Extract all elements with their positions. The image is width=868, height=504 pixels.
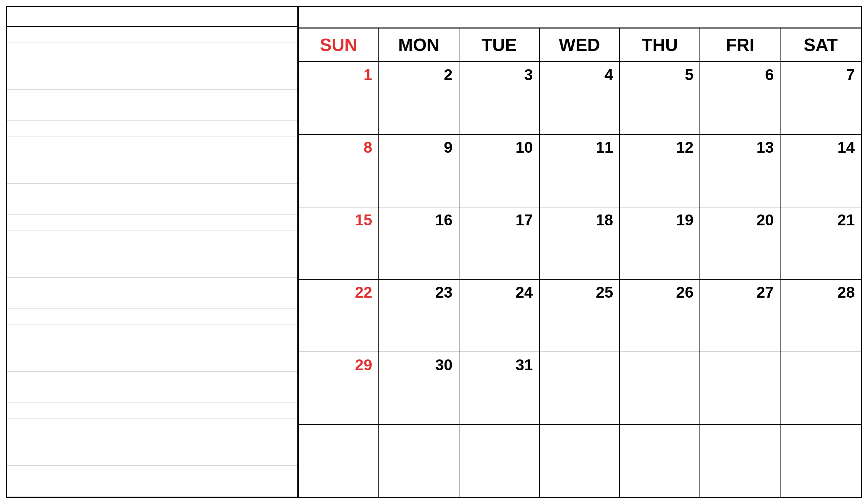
- day-cell: [540, 425, 620, 497]
- note-line[interactable]: [7, 262, 297, 278]
- note-line[interactable]: [7, 246, 297, 262]
- note-line[interactable]: [7, 372, 297, 387]
- calendar-table: SUNMONTUEWEDTHUFRISAT 123456789101112131…: [299, 28, 861, 497]
- day-cell: 22: [299, 280, 379, 352]
- notes-header: [7, 7, 297, 27]
- day-cell: 18: [540, 208, 620, 279]
- calendar-title: [299, 7, 861, 28]
- day-cell: [379, 425, 459, 497]
- note-line[interactable]: [7, 137, 297, 152]
- note-line[interactable]: [7, 168, 297, 184]
- note-line[interactable]: [7, 184, 297, 199]
- note-line[interactable]: [7, 27, 297, 42]
- note-line[interactable]: [7, 340, 297, 356]
- day-header-thu: THU: [620, 29, 700, 61]
- weeks-container: 1234567891011121314151617181920212223242…: [299, 62, 861, 497]
- notes-lines: [7, 27, 297, 497]
- day-cell: 25: [540, 280, 620, 352]
- day-cell: [299, 425, 379, 497]
- note-line[interactable]: [7, 434, 297, 450]
- day-cell: 26: [620, 280, 700, 352]
- day-cell: [700, 425, 781, 497]
- day-cell: 23: [379, 280, 459, 352]
- day-cell: 21: [781, 208, 861, 279]
- note-line[interactable]: [7, 105, 297, 121]
- day-cell: 30: [379, 352, 459, 424]
- note-line[interactable]: [7, 230, 297, 246]
- note-line[interactable]: [7, 278, 297, 293]
- day-cell: 4: [540, 62, 620, 134]
- day-cell: 19: [620, 208, 700, 279]
- day-headers: SUNMONTUEWEDTHUFRISAT: [299, 29, 861, 62]
- day-cell: 14: [781, 135, 861, 207]
- note-line[interactable]: [7, 215, 297, 230]
- day-cell: [540, 352, 620, 424]
- note-line[interactable]: [7, 90, 297, 105]
- note-line[interactable]: [7, 419, 297, 434]
- day-cell: 2: [379, 62, 459, 134]
- note-line[interactable]: [7, 324, 297, 340]
- note-line[interactable]: [7, 403, 297, 419]
- note-line[interactable]: [7, 466, 297, 481]
- day-cell: 27: [700, 280, 781, 352]
- page-wrapper: SUNMONTUEWEDTHUFRISAT 123456789101112131…: [6, 6, 862, 498]
- note-line[interactable]: [7, 152, 297, 168]
- note-line[interactable]: [7, 199, 297, 215]
- day-cell: [459, 425, 540, 497]
- day-cell: 20: [700, 208, 781, 279]
- note-line[interactable]: [7, 74, 297, 90]
- day-cell: 3: [459, 62, 540, 134]
- day-header-sat: SAT: [781, 29, 861, 61]
- day-cell: [781, 352, 861, 424]
- week-row: 22232425262728: [299, 280, 861, 352]
- day-cell: [620, 425, 700, 497]
- day-header-mon: MON: [379, 29, 459, 61]
- day-cell: 17: [459, 208, 540, 279]
- day-cell: [781, 425, 861, 497]
- day-cell: 5: [620, 62, 700, 134]
- week-row: 1234567: [299, 62, 861, 135]
- note-line[interactable]: [7, 121, 297, 137]
- day-cell: 31: [459, 352, 540, 424]
- day-cell: [700, 352, 781, 424]
- day-cell: 9: [379, 135, 459, 207]
- note-line[interactable]: [7, 58, 297, 74]
- day-cell: 1: [299, 62, 379, 134]
- week-row: 293031: [299, 352, 861, 425]
- day-header-sun: SUN: [299, 29, 379, 61]
- week-row: [299, 425, 861, 497]
- day-cell: 11: [540, 135, 620, 207]
- note-line[interactable]: [7, 309, 297, 324]
- day-cell: 6: [700, 62, 781, 134]
- calendar-panel: SUNMONTUEWEDTHUFRISAT 123456789101112131…: [299, 7, 861, 497]
- day-header-fri: FRI: [700, 29, 781, 61]
- note-line[interactable]: [7, 42, 297, 58]
- note-line[interactable]: [7, 293, 297, 309]
- note-line[interactable]: [7, 481, 297, 497]
- week-row: 15161718192021: [299, 208, 861, 280]
- day-cell: 28: [781, 280, 861, 352]
- day-cell: 7: [781, 62, 861, 134]
- day-header-wed: WED: [540, 29, 620, 61]
- day-cell: 29: [299, 352, 379, 424]
- week-row: 891011121314: [299, 135, 861, 208]
- day-cell: 15: [299, 208, 379, 279]
- day-cell: 10: [459, 135, 540, 207]
- note-line[interactable]: [7, 450, 297, 466]
- day-cell: 8: [299, 135, 379, 207]
- note-line[interactable]: [7, 387, 297, 403]
- day-header-tue: TUE: [459, 29, 540, 61]
- day-cell: [620, 352, 700, 424]
- day-cell: 24: [459, 280, 540, 352]
- notes-panel: [7, 7, 299, 497]
- day-cell: 13: [700, 135, 781, 207]
- day-cell: 12: [620, 135, 700, 207]
- note-line[interactable]: [7, 356, 297, 372]
- day-cell: 16: [379, 208, 459, 279]
